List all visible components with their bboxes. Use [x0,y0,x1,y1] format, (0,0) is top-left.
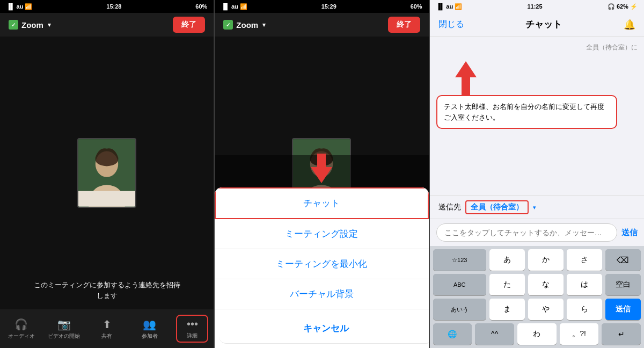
send-to-label: 送信先 [438,202,461,212]
share-icon: ⬆ [103,318,112,331]
recipient-label: 全員（待合室）に [436,43,638,52]
tab-audio[interactable]: 🎧 オーディオ [5,318,38,340]
shield-icon-2: ✓ [223,20,233,30]
bell-icon[interactable]: 🔔 [624,19,635,31]
menu-minimize-item[interactable]: ミーティングを最小化 [215,249,428,279]
end-button-1[interactable]: 終了 [173,17,205,33]
chat-input[interactable] [436,223,617,242]
status-bar-1: ▐▌ au 📶 15:28 60% [0,0,214,13]
chat-body: 全員（待合室）に テスト太郎様、お名前を自分の名前に変更して再度ご入室ください。 [430,37,644,195]
tab-participants[interactable]: 👥 参加者 [134,318,166,340]
signal-icon: ▐▌ [6,3,15,10]
tab-more[interactable]: ••• 詳細 [176,315,208,343]
key-ha[interactable]: は [567,274,602,295]
chat-nav: 閉じる チャット 🔔 [430,13,644,37]
battery-1: 60% [195,3,207,10]
key-wa[interactable]: わ [517,323,557,345]
battery-area-1: 60% [195,3,207,10]
chat-title: チャット [525,18,562,31]
participants-icon: 👥 [143,318,156,331]
carrier-1: ▐▌ au 📶 [6,3,32,10]
keyboard-row-2: ABC た な は 空白 [430,271,644,295]
zoom-brand-2: ✓ Zoom ▾ [223,20,266,30]
time-1: 15:28 [106,3,121,10]
charging-icon-3: ⚡ [630,3,638,10]
menu-virtual-bg-item[interactable]: バーチャル背景 [215,279,428,309]
svg-marker-6 [311,154,332,183]
key-send[interactable]: 送信 [605,299,641,320]
key-na[interactable]: な [528,274,564,295]
key-aiueo[interactable]: あいう [433,299,486,320]
panel-1-zoom-meeting: ▐▌ au 📶 15:28 60% ✓ Zoom ▾ 終了 [0,0,214,348]
panel-2-zoom-menu: ▐▌ au 📶 15:29 60% ✓ Zoom ▾ 終了 [215,0,429,348]
key-ta[interactable]: た [489,274,525,295]
tab-video[interactable]: 📷 ビデオの開始 [48,318,80,340]
video-area-1: このミーティングに参加するよう連絡先を招待 します [0,37,214,309]
end-button-2[interactable]: 終了 [388,17,420,33]
zoom-toolbar-1: ✓ Zoom ▾ 終了 [0,13,214,37]
red-arrow-1 [300,154,343,183]
key-space[interactable]: 空白 [605,274,641,295]
time-2: 15:29 [321,3,336,10]
key-punct[interactable]: 。?! [560,323,599,345]
key-enter[interactable]: ↵ [602,323,641,345]
key-delete[interactable]: ⌫ [605,249,641,271]
status-bar-3: ▐▌ au 📶 11:25 🎧 62% ⚡ [430,0,644,13]
chevron-down-icon-2: ▾ [262,21,266,28]
tab-bar-1: 🎧 オーディオ 📷 ビデオの開始 ⬆ 共有 👥 参加者 ••• 詳細 [0,309,214,348]
chat-input-bar: 送信 [430,219,644,246]
battery-area-3: 🎧 62% ⚡ [608,3,638,10]
red-arrow-2 [447,61,485,96]
participant-video-1 [77,138,136,208]
send-to-bar: 送信先 全員（待合室） ▾ [430,195,644,219]
status-bar-2: ▐▌ au 📶 15:29 60% [215,0,428,13]
zoom-toolbar-2: ✓ Zoom ▾ 終了 [215,13,428,37]
chat-message-bubble: テスト太郎様、お名前を自分の名前に変更して再度ご入室ください。 [436,95,618,129]
signal-icon-3: ▐▌ au [436,3,453,10]
panel-3-chat: ▐▌ au 📶 11:25 🎧 62% ⚡ 閉じる チャット 🔔 全員（待合室）… [430,0,644,348]
menu-meeting-settings-item[interactable]: ミーティング設定 [215,219,428,249]
menu-overlay: チャット ミーティング設定 ミーティングを最小化 バーチャル背景 キャンセル [215,155,428,348]
signal-icon-2: ▐▌ [221,3,230,10]
key-globe[interactable]: 🌐 [433,323,472,345]
key-abc[interactable]: ABC [433,274,486,295]
keyboard-row-3: あいう ま や ら 送信 [430,295,644,320]
video-icon: 📷 [57,318,71,331]
close-button[interactable]: 閉じる [438,19,464,30]
invite-text: このミーティングに参加するよう連絡先を招待 します [0,280,214,301]
wifi-icon-2: 📶 [240,3,247,10]
chevron-down-icon-1: ▾ [48,21,51,28]
key-sa[interactable]: さ [567,249,602,271]
key-a[interactable]: あ [489,249,525,271]
more-icon: ••• [187,318,198,330]
menu-chat-item[interactable]: チャット [215,187,428,219]
wifi-icon-3: 📶 [455,3,462,10]
tab-share[interactable]: ⬆ 共有 [91,318,123,340]
svg-rect-2 [78,191,135,207]
headphone-icon-3: 🎧 [608,3,615,10]
chat-send-button[interactable]: 送信 [621,228,638,238]
shield-icon-1: ✓ [9,20,18,30]
keyboard: ☆123 あ か さ ⌫ ABC た な は 空白 あいう ま や ら 送信 🌐… [430,246,644,348]
carrier-2: ▐▌ au 📶 [221,3,247,10]
audio-icon: 🎧 [14,318,28,331]
key-caret[interactable]: ^^ [475,323,514,345]
key-ma[interactable]: ま [489,299,525,320]
key-123[interactable]: ☆123 [433,249,486,271]
key-ya[interactable]: や [528,299,564,320]
key-ka[interactable]: か [528,249,564,271]
battery-2: 60% [411,3,422,10]
key-ra[interactable]: ら [567,299,602,320]
menu-cancel-item[interactable]: キャンセル [219,314,428,344]
send-to-value[interactable]: 全員（待合室） [465,200,529,214]
carrier-3: ▐▌ au 📶 [436,3,463,10]
send-to-chevron-icon: ▾ [533,204,536,211]
menu-list: チャット ミーティング設定 ミーティングを最小化 バーチャル背景 キャンセル [215,187,428,348]
wifi-icon: 📶 [25,3,32,10]
battery-area-2: 60% [411,3,422,10]
time-3: 11:25 [527,3,542,10]
keyboard-row-1: ☆123 あ か さ ⌫ [430,246,644,271]
zoom-brand-1: ✓ Zoom ▾ [9,20,51,30]
svg-marker-7 [455,61,477,96]
keyboard-row-4: 🌐 ^^ わ 。?! ↵ [430,320,644,348]
